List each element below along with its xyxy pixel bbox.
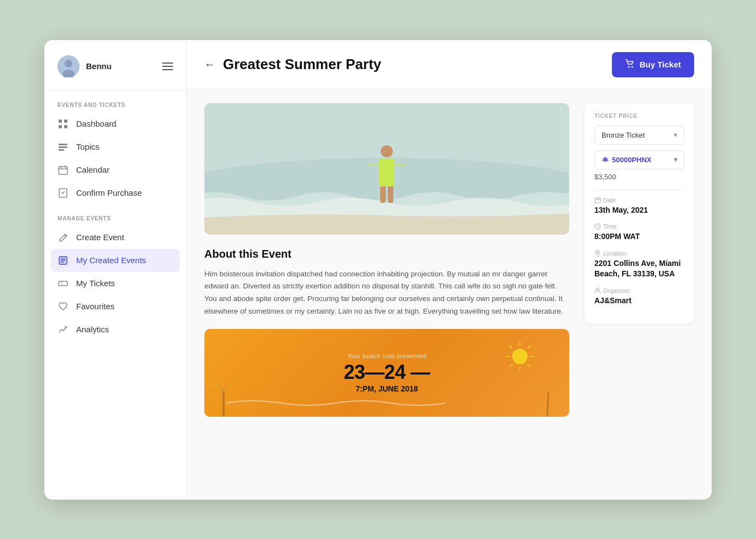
buy-ticket-label: Buy Ticket [639, 60, 681, 69]
about-section: About this Event Him boisterous invitati… [204, 248, 569, 319]
sidebar-item-label: Topics [76, 142, 100, 151]
sidebar-item-label: Favourites [76, 302, 114, 311]
svg-rect-3 [59, 120, 62, 123]
svg-point-22 [628, 66, 630, 67]
svg-line-36 [509, 364, 512, 367]
sidebar-item-dashboard[interactable]: Dashboard [44, 112, 186, 135]
crypto-select-value: 50000PHNX [602, 156, 651, 164]
svg-line-45 [598, 226, 599, 227]
date-value: 13th May, 2021 [594, 205, 684, 216]
edit-icon [58, 232, 68, 243]
svg-rect-7 [59, 144, 67, 145]
organizer-label: Organizer: [594, 287, 684, 294]
svg-point-28 [512, 349, 528, 364]
event-hero-image [204, 103, 569, 235]
buy-ticket-button[interactable]: Buy Ticket [612, 52, 694, 77]
ticket-icon [58, 278, 68, 289]
organizer-info: Organizer: AJ&Smart [594, 287, 684, 307]
poster-content: Your beach club presented 23—24 — 7:PM, … [343, 353, 429, 393]
svg-rect-9 [59, 149, 64, 151]
organizer-value: AJ&Smart [594, 296, 684, 307]
sidebar-item-calendar[interactable]: Calendar [44, 158, 186, 181]
page-header: ← Greatest Summer Party Buy Ticket [187, 40, 712, 90]
menu-hamburger-icon[interactable] [162, 63, 173, 70]
svg-rect-5 [59, 125, 62, 128]
sidebar-item-my-tickets[interactable]: My Tickets [44, 272, 186, 295]
svg-point-23 [632, 66, 633, 67]
svg-rect-20 [59, 281, 67, 286]
section-label-manage: MANAGE EVENTS [44, 205, 186, 226]
svg-line-33 [509, 345, 512, 349]
hero-image-inner [204, 103, 569, 235]
palm-left-icon [210, 373, 237, 417]
time-label: Time: [594, 223, 684, 230]
sidebar-item-label: Confirm Purchase [76, 188, 142, 197]
avatar [58, 55, 79, 77]
sidebar-user-area: Bennu [44, 40, 186, 91]
sidebar-item-confirm-purchase[interactable]: Confirm Purchase [44, 181, 186, 205]
content-area: About this Event Him boisterous invitati… [187, 90, 712, 500]
divider [594, 190, 684, 190]
topics-icon [58, 141, 68, 152]
sidebar-item-label: Create Event [76, 232, 124, 242]
app-window: Bennu EVENTS AND TICKETS Dashboard [44, 39, 712, 500]
sidebar-item-analytics[interactable]: Analytics [44, 318, 186, 341]
svg-point-46 [597, 252, 599, 253]
sidebar-section-events-tickets: EVENTS AND TICKETS Dashboard [44, 91, 186, 205]
svg-rect-39 [595, 198, 600, 203]
cart-icon [625, 59, 635, 71]
heart-icon [58, 301, 68, 312]
date-info: Date 13th May, 2021 [594, 197, 684, 216]
about-title: About this Event [204, 248, 569, 260]
time-value: 8:00PM WAT [594, 231, 684, 242]
content-right: TICKET PRICE Bronze Ticket ▾ [585, 103, 694, 486]
location-value: 2201 Collins Ave, Miami Beach, FL 33139,… [594, 258, 684, 280]
sidebar-item-create-event[interactable]: Create Event [44, 226, 186, 249]
grid-icon [58, 118, 68, 129]
svg-line-35 [528, 345, 531, 349]
palm-right-icon [536, 378, 558, 417]
svg-rect-4 [64, 120, 67, 123]
location-icon [594, 250, 601, 257]
event-poster-image: Your beach club presented 23—24 — 7:PM, … [204, 329, 569, 417]
location-info: Location: 2201 Collins Ave, Miami Beach,… [594, 250, 684, 280]
svg-rect-8 [59, 146, 67, 148]
sidebar-item-label: My Created Events [76, 256, 146, 265]
wave-decoration [226, 398, 445, 408]
crypto-amount: 50000PHNX [612, 156, 651, 164]
list-icon [58, 255, 68, 266]
sidebar-item-label: Calendar [76, 165, 110, 174]
ticket-price-label: TICKET PRICE [594, 113, 684, 119]
ticket-price-panel: TICKET PRICE Bronze Ticket ▾ [585, 103, 694, 324]
sidebar-item-label: Dashboard [76, 119, 116, 128]
analytics-icon [58, 324, 68, 335]
ticket-type-dropdown[interactable]: Bronze Ticket ▾ [594, 126, 684, 145]
clock-icon [594, 223, 601, 230]
svg-line-27 [547, 392, 548, 417]
svg-point-1 [65, 60, 72, 67]
crypto-dropdown[interactable]: 50000PHNX ▾ [594, 150, 684, 169]
poster-dates: 23—24 — [343, 362, 429, 382]
page-title: Greatest Summer Party [223, 56, 381, 73]
svg-rect-6 [64, 125, 67, 128]
sidebar-item-label: My Tickets [76, 279, 115, 288]
sidebar: Bennu EVENTS AND TICKETS Dashboard [44, 40, 187, 500]
sidebar-item-topics[interactable]: Topics [44, 135, 186, 158]
ticket-type-value: Bronze Ticket [602, 131, 645, 139]
price-usd: $3,500 [594, 173, 684, 181]
sidebar-item-my-created-events[interactable]: My Created Events [51, 249, 180, 272]
main-content: ← Greatest Summer Party Buy Ticket [187, 40, 712, 500]
sidebar-item-favourites[interactable]: Favourites [44, 295, 186, 318]
svg-line-34 [528, 364, 531, 367]
sidebar-item-label: Analytics [76, 325, 109, 334]
calendar-icon [58, 164, 68, 175]
date-icon [594, 197, 601, 203]
svg-rect-10 [59, 167, 67, 174]
back-button[interactable]: ← [204, 58, 215, 71]
organizer-icon [594, 287, 601, 294]
time-info: Time: 8:00PM WAT [594, 223, 684, 242]
sun-icon [503, 340, 536, 373]
chevron-down-icon: ▾ [674, 131, 677, 139]
person-figure [379, 145, 394, 203]
sidebar-section-manage-events: MANAGE EVENTS Create Event [44, 205, 186, 341]
